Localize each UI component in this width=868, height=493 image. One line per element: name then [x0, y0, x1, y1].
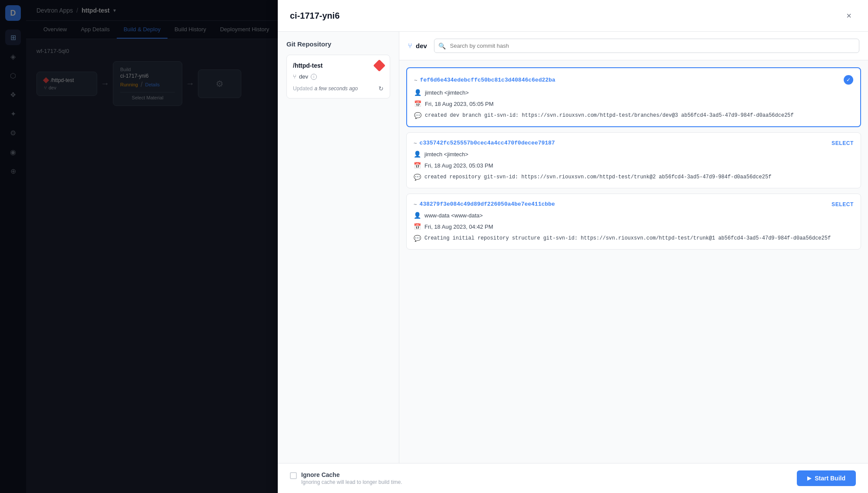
- modal: ci-1717-yni6 × Git Repository /httpd-tes…: [278, 0, 868, 493]
- commit-message-0: created dev branch git-svn-id: https://s…: [425, 112, 794, 119]
- date-icon-0: 📅: [414, 100, 421, 107]
- updated-label: Updated: [293, 85, 312, 92]
- commit-date-row-1: 📅 Fri, 18 Aug 2023, 05:03 PM: [414, 162, 854, 169]
- repo-name: /httpd-test: [293, 62, 322, 69]
- author-icon-0: 👤: [414, 89, 421, 96]
- modal-close-button[interactable]: ×: [842, 9, 856, 23]
- branch-icon-blue: ⑂: [408, 42, 412, 50]
- branch-selector-text: dev: [416, 42, 427, 49]
- commit-card-2[interactable]: ~ 438279f3e084c49d89df226050a4be7ee411cb…: [406, 194, 861, 250]
- commits-header: ⑂ dev 🔍: [399, 32, 868, 60]
- commit-card-1[interactable]: ~ c335742fc525557b0cec4a4cc470f0decee791…: [406, 132, 861, 188]
- repo-name-row: /httpd-test: [293, 61, 384, 70]
- updated-row: Updated a few seconds ago ↻: [293, 85, 384, 92]
- message-icon-0: 💬: [414, 112, 421, 119]
- search-input[interactable]: [434, 39, 859, 53]
- repo-badge-icon: [373, 59, 385, 72]
- commit-author-row-1: 👤 jimtech <jimtech>: [414, 151, 854, 158]
- start-build-label: Start Build: [815, 475, 845, 482]
- modal-footer: Ignore Cache Ignoring cache will lead to…: [278, 463, 868, 493]
- modal-body: Git Repository /httpd-test ⑂ dev i Updat…: [278, 32, 868, 463]
- commit-hash-text-1: c335742fc525557b0cec4a4cc470f0decee79187: [420, 140, 555, 146]
- commit-message-1: created repository git-svn-id: https://s…: [424, 173, 771, 181]
- start-build-button[interactable]: ▶ Start Build: [797, 470, 856, 486]
- search-icon: 🔍: [438, 43, 446, 49]
- commit-hash-row-1: ~ c335742fc525557b0cec4a4cc470f0decee791…: [414, 140, 854, 146]
- ignore-cache-label: Ignore Cache: [301, 471, 402, 478]
- commit-icon-0: ~: [414, 77, 418, 83]
- repo-branch-row: ⑂ dev i: [293, 73, 384, 80]
- commit-author-0: jimtech <jimtech>: [425, 89, 469, 96]
- commit-icon-2: ~: [414, 201, 417, 207]
- ignore-cache-row: Ignore Cache Ignoring cache will lead to…: [290, 471, 402, 485]
- author-icon-2: 👤: [414, 212, 421, 219]
- date-icon-1: 📅: [414, 162, 421, 169]
- commit-hash-text-2: 438279f3e084c49d89df226050a4be7ee411cbbe: [420, 201, 555, 207]
- commit-date-row-2: 📅 Fri, 18 Aug 2023, 04:42 PM: [414, 223, 854, 230]
- commit-hash-text-0: fef6d6e434edebcffc50bc81c3d40846c6ed22ba: [420, 77, 556, 83]
- updated-time: a few seconds ago: [314, 85, 358, 92]
- git-repo-item: /httpd-test ⑂ dev i Updated a few second…: [286, 55, 390, 99]
- commit-message-row-2: 💬 Creating initial repository structure …: [414, 234, 854, 242]
- commit-card-0[interactable]: ~ fef6d6e434edebcffc50bc81c3d40846c6ed22…: [406, 67, 861, 127]
- ignore-cache-desc: Ignoring cache will lead to longer build…: [301, 479, 402, 485]
- commit-author-row-0: 👤 jimtech <jimtech>: [414, 89, 853, 96]
- branch-selector: ⑂ dev: [408, 42, 427, 50]
- commit-select-btn-2[interactable]: SELECT: [832, 201, 854, 207]
- play-icon: ▶: [807, 475, 811, 481]
- commit-selected-check-0: ✓: [844, 75, 853, 85]
- commit-message-row-1: 💬 created repository git-svn-id: https:/…: [414, 173, 854, 181]
- author-icon-1: 👤: [414, 151, 421, 158]
- repo-branch-name: dev: [299, 73, 308, 80]
- branch-icon: ⑂: [293, 73, 296, 80]
- search-box: 🔍: [434, 39, 859, 53]
- commit-hash-0: ~ fef6d6e434edebcffc50bc81c3d40846c6ed22…: [414, 77, 556, 83]
- commit-select-btn-1[interactable]: SELECT: [832, 140, 854, 146]
- modal-header: ci-1717-yni6 ×: [278, 0, 868, 32]
- commit-icon-1: ~: [414, 140, 417, 146]
- commit-author-row-2: 👤 www-data <www-data>: [414, 212, 854, 219]
- modal-title: ci-1717-yni6: [290, 11, 340, 21]
- message-icon-1: 💬: [414, 174, 421, 181]
- commit-message-2: Creating initial repository structure gi…: [424, 234, 831, 242]
- ignore-cache-checkbox[interactable]: [290, 472, 297, 479]
- commit-date-0: Fri, 18 Aug 2023, 05:05 PM: [425, 101, 493, 107]
- message-icon-2: 💬: [414, 235, 421, 242]
- commit-hash-row-2: ~ 438279f3e084c49d89df226050a4be7ee411cb…: [414, 201, 854, 207]
- commit-hash-row-0: ~ fef6d6e434edebcffc50bc81c3d40846c6ed22…: [414, 75, 853, 85]
- commit-hash-1: ~ c335742fc525557b0cec4a4cc470f0decee791…: [414, 140, 555, 146]
- commit-author-1: jimtech <jimtech>: [424, 151, 468, 158]
- info-icon[interactable]: i: [311, 74, 317, 80]
- commit-message-row-0: 💬 created dev branch git-svn-id: https:/…: [414, 112, 853, 119]
- commit-date-1: Fri, 18 Aug 2023, 05:03 PM: [424, 162, 493, 169]
- commit-date-row-0: 📅 Fri, 18 Aug 2023, 05:05 PM: [414, 100, 853, 107]
- ignore-cache-text: Ignore Cache Ignoring cache will lead to…: [301, 471, 402, 485]
- commit-date-2: Fri, 18 Aug 2023, 04:42 PM: [424, 223, 493, 230]
- date-icon-2: 📅: [414, 223, 421, 230]
- commit-hash-2: ~ 438279f3e084c49d89df226050a4be7ee411cb…: [414, 201, 555, 207]
- commits-list: ~ fef6d6e434edebcffc50bc81c3d40846c6ed22…: [399, 60, 868, 463]
- commit-author-2: www-data <www-data>: [424, 212, 483, 219]
- git-panel-title: Git Repository: [286, 40, 390, 48]
- refresh-icon[interactable]: ↻: [378, 85, 384, 92]
- commits-panel: ⑂ dev 🔍 ~ fef6d6e434edebcffc50bc81c3d408…: [399, 32, 868, 463]
- git-panel: Git Repository /httpd-test ⑂ dev i Updat…: [278, 32, 399, 463]
